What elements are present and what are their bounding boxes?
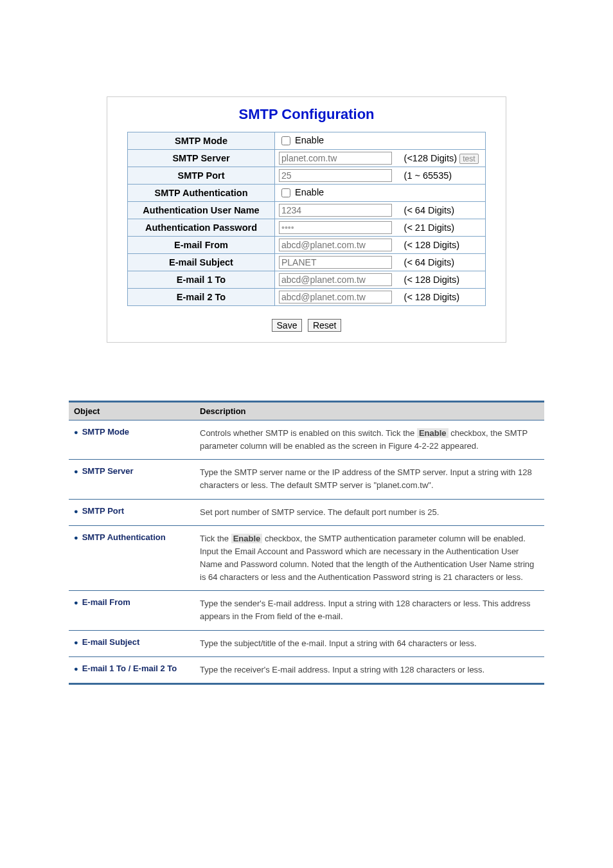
smtp-port-input[interactable]: [279, 169, 392, 182]
desc-row-description: Type the subject/title of the e-mail. In…: [195, 630, 544, 656]
label-smtp-server: SMTP Server: [128, 150, 275, 167]
smtp-port-hint: (1 ~ 65535): [404, 170, 452, 181]
label-email2: E-mail 2 To: [128, 289, 275, 306]
smtp-auth-checkbox-label: Enable: [295, 187, 324, 197]
label-auth-user: Authentication User Name: [128, 202, 275, 219]
email2-hint: (< 128 Digits): [404, 292, 460, 302]
email1-hint: (< 128 Digits): [404, 275, 460, 285]
label-smtp-port: SMTP Port: [128, 167, 275, 185]
label-email-from: E-mail From: [128, 237, 275, 254]
smtp-mode-checkbox[interactable]: [281, 136, 290, 145]
desc-row-object: ●SMTP Mode: [69, 420, 195, 460]
label-email1: E-mail 1 To: [128, 271, 275, 289]
auth-user-hint: (< 64 Digits): [404, 205, 455, 215]
desc-row-description: Set port number of SMTP service. The def…: [195, 499, 544, 525]
desc-row-description: Tick the Enable checkbox, the SMTP authe…: [195, 525, 544, 591]
desc-row-object: ●SMTP Port: [69, 499, 195, 525]
auth-pass-hint: (< 21 Digits): [404, 222, 455, 233]
save-button[interactable]: Save: [272, 319, 303, 332]
desc-row-description: Type the sender's E-mail address. Input …: [195, 591, 544, 630]
smtp-auth-checkbox[interactable]: [281, 188, 290, 197]
auth-pass-input[interactable]: [279, 221, 392, 234]
smtp-server-input[interactable]: [279, 152, 392, 165]
description-table: Object Description ●SMTP ModeControls wh…: [69, 401, 544, 685]
desc-head-object: Object: [69, 402, 195, 420]
email-from-input[interactable]: [279, 239, 392, 251]
desc-row-object: ●SMTP Authentication: [69, 525, 195, 591]
smtp-config-table: SMTP Mode Enable SMTP Server (<128 Digit…: [127, 132, 486, 306]
desc-row-object: ●E-mail Subject: [69, 630, 195, 656]
smtp-mode-checkbox-label: Enable: [295, 135, 324, 145]
desc-row-description: Controls whether SMTP is enabled on this…: [195, 420, 544, 460]
email2-input[interactable]: [279, 291, 392, 303]
label-email-subject: E-mail Subject: [128, 254, 275, 271]
label-smtp-mode: SMTP Mode: [128, 132, 275, 150]
email-subject-input[interactable]: [279, 256, 392, 269]
desc-row-object: ●E-mail 1 To / E-mail 2 To: [69, 656, 195, 683]
panel-title: SMTP Configuration: [107, 97, 506, 132]
auth-user-input[interactable]: [279, 204, 392, 217]
desc-row-object: ●SMTP Server: [69, 460, 195, 499]
label-smtp-auth: SMTP Authentication: [128, 185, 275, 202]
desc-head-description: Description: [195, 402, 544, 420]
email-from-hint: (< 128 Digits): [404, 240, 460, 250]
label-auth-pass: Authentication Password: [128, 219, 275, 237]
test-button[interactable]: test: [459, 154, 478, 164]
email-subject-hint: (< 64 Digits): [404, 257, 455, 267]
email1-input[interactable]: [279, 273, 392, 286]
desc-row-object: ●E-mail From: [69, 591, 195, 630]
reset-button[interactable]: Reset: [308, 319, 342, 332]
smtp-config-panel: SMTP Configuration SMTP Mode Enable SMTP…: [107, 96, 506, 343]
desc-row-description: Type the receiver's E-mail address. Inpu…: [195, 656, 544, 683]
smtp-server-hint: (<128 Digits): [404, 153, 458, 163]
desc-row-description: Type the SMTP server name or the IP addr…: [195, 460, 544, 499]
